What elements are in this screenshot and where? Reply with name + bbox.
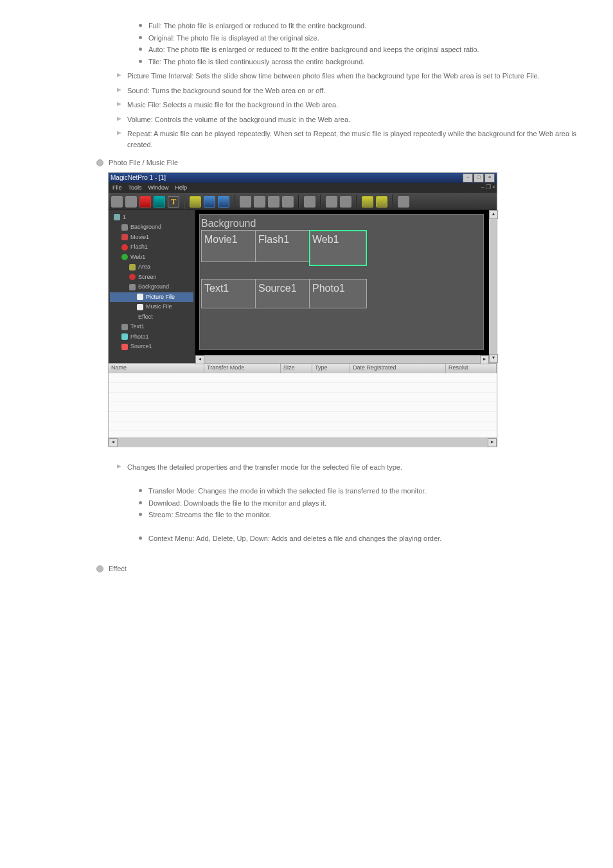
tool-icon-8[interactable] xyxy=(240,196,251,208)
tree-item[interactable]: Music File xyxy=(110,302,193,312)
tree-item[interactable]: Flash1 xyxy=(110,242,193,252)
music-icon xyxy=(137,304,143,310)
tool-text-icon[interactable]: T xyxy=(168,196,179,208)
tool-icon-15[interactable] xyxy=(398,196,409,208)
table-column-header[interactable]: Name xyxy=(109,364,204,373)
scroll-left-icon[interactable]: ◄ xyxy=(195,355,204,364)
toolbar-sep-4 xyxy=(320,195,321,209)
tree-item[interactable]: 1 xyxy=(110,213,193,223)
arrow-item: Picture Time Interval: Sets the slide sh… xyxy=(116,71,598,82)
table-column-header[interactable]: Transfer Mode xyxy=(204,364,281,373)
canvas-box[interactable]: Movie1 xyxy=(201,230,259,262)
table-scroll-left-icon[interactable]: ◄ xyxy=(109,438,118,447)
tree-item[interactable]: Background xyxy=(110,222,193,233)
workarea: 1BackgroundMovie1Flash1Web1AreaScreenBac… xyxy=(109,210,497,363)
tool-icon-9[interactable] xyxy=(254,196,265,208)
gray-icon xyxy=(129,314,136,320)
canvas-box[interactable]: Flash1 xyxy=(255,230,313,262)
tool-icon-5[interactable] xyxy=(190,196,201,208)
toolbar: T xyxy=(109,193,497,210)
dot-icon xyxy=(139,489,142,492)
menu-help[interactable]: Help xyxy=(175,184,188,193)
tree-item-label: Music File xyxy=(146,303,172,312)
toolbar-sep-6 xyxy=(392,195,393,209)
canvas-box[interactable]: Source1 xyxy=(255,279,313,308)
textt-icon xyxy=(121,324,128,330)
close-button[interactable]: × xyxy=(484,173,495,182)
menu-tools[interactable]: Tools xyxy=(129,184,142,193)
area-icon xyxy=(129,264,136,270)
toolbar-sep-2 xyxy=(234,195,235,209)
tool-icon-2[interactable] xyxy=(125,196,137,208)
tool-icon-12[interactable] xyxy=(304,196,315,208)
bullet-text: Tile: The photo file is tiled continuous… xyxy=(148,57,364,67)
tree-item[interactable]: Movie1 xyxy=(110,233,193,243)
arrow-text: Volume: Controls the volume of the backg… xyxy=(127,114,350,125)
tree-item[interactable]: Effect xyxy=(110,312,193,323)
table-scroll-right-icon[interactable]: ► xyxy=(488,438,497,447)
tool-icon-7[interactable] xyxy=(218,196,229,208)
tool-icon-undo[interactable] xyxy=(362,196,373,208)
tool-icon-6[interactable] xyxy=(204,196,215,208)
bullet-text: Original: The photo file is displayed at… xyxy=(148,33,319,44)
child-window-controls: – ❐ × xyxy=(481,183,495,192)
vscrollbar[interactable]: ▲ ▼ xyxy=(489,210,497,363)
scroll-right-icon[interactable]: ► xyxy=(480,355,489,364)
tool-icon-redo[interactable] xyxy=(376,196,387,208)
bullet-item: Tile: The photo file is tiled continuous… xyxy=(139,57,598,67)
section-effect-label: Effect xyxy=(109,563,127,574)
tree-item[interactable]: Background xyxy=(110,282,193,292)
bullet-item: Full: The photo file is enlarged or redu… xyxy=(139,21,598,31)
tool-icon-13[interactable] xyxy=(326,196,337,208)
tool-icon-3[interactable] xyxy=(139,196,151,208)
menu-file[interactable]: File xyxy=(112,184,122,193)
tree-item[interactable]: Source1 xyxy=(110,342,193,352)
arrow-icon xyxy=(117,465,121,468)
tool-icon-4[interactable] xyxy=(154,196,165,208)
menu-window[interactable]: Window xyxy=(148,184,169,193)
tree-item[interactable]: Text1 xyxy=(110,322,193,332)
arrow-group: Picture Time Interval: Sets the slide sh… xyxy=(116,71,598,150)
bullet-text: Stream: Streams the file to the monitor. xyxy=(148,509,271,520)
maximize-button[interactable]: □ xyxy=(474,173,484,182)
tree-item-label: Text1 xyxy=(130,323,145,332)
arrow-text: Sound: Turns the background sound for th… xyxy=(127,85,325,96)
tree-item-label: Background xyxy=(130,223,161,232)
arrow-icon xyxy=(117,102,121,106)
dot-icon xyxy=(139,501,142,504)
table-column-header[interactable]: Date Registrated xyxy=(350,364,446,373)
section-effect: Effect xyxy=(96,563,598,574)
child-minimize-icon[interactable]: – xyxy=(481,183,484,192)
scroll-up-icon[interactable]: ▲ xyxy=(489,210,498,219)
tool-icon-11[interactable] xyxy=(282,196,294,208)
tool-icon-10[interactable] xyxy=(268,196,280,208)
tool-icon-14[interactable] xyxy=(340,196,351,208)
canvas-box[interactable]: Web1 xyxy=(309,230,367,266)
background-label: Background xyxy=(201,216,256,231)
tree-item[interactable]: Picture File xyxy=(110,292,193,303)
table-column-header[interactable]: Type xyxy=(312,364,350,373)
tool-icon-1[interactable] xyxy=(111,196,123,208)
hscrollbar[interactable]: ◄ ► xyxy=(195,355,489,363)
table-hscrollbar[interactable]: ◄ ► xyxy=(109,438,497,446)
child-close-icon[interactable]: × xyxy=(492,183,495,192)
child-restore-icon[interactable]: ❐ xyxy=(486,183,491,192)
scroll-down-icon[interactable]: ▼ xyxy=(489,354,498,363)
movie-icon xyxy=(121,234,128,240)
dot-icon xyxy=(139,24,142,27)
canvas-box[interactable]: Text1 xyxy=(201,279,259,308)
titlebar: MagicNetPro 1 - [1] - □ × xyxy=(109,173,497,183)
canvas-box[interactable]: Photo1 xyxy=(309,279,367,308)
tree-sidebar: 1BackgroundMovie1Flash1Web1AreaScreenBac… xyxy=(109,210,195,363)
tree-item[interactable]: Area xyxy=(110,262,193,272)
tree-item[interactable]: Photo1 xyxy=(110,332,193,342)
tree-item[interactable]: Web1 xyxy=(110,252,193,263)
dot-icon xyxy=(139,48,142,51)
section-photo-music-label: Photo File / Music File xyxy=(109,157,178,168)
table-column-header[interactable]: Size xyxy=(281,364,312,373)
tree-item[interactable]: Screen xyxy=(110,272,193,283)
toolbar-sep-3 xyxy=(298,195,299,209)
minimize-button[interactable]: - xyxy=(463,173,473,182)
tree-item-label: Photo1 xyxy=(130,333,149,342)
table-column-header[interactable]: Resolut xyxy=(446,364,497,373)
